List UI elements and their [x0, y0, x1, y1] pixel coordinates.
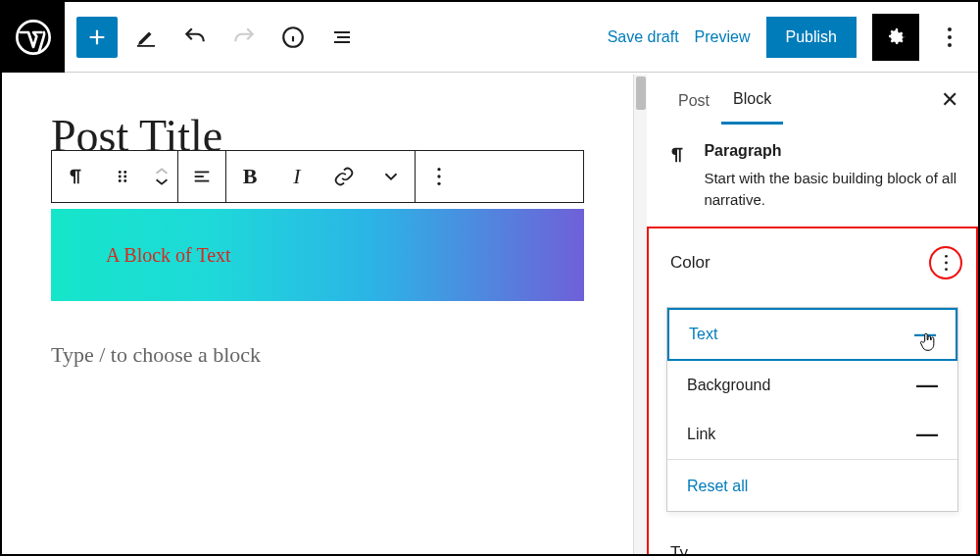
color-options-menu: Text — Background — Link — Reset all [666, 307, 958, 512]
redo-icon [223, 17, 265, 58]
block-toolbar: B I [51, 150, 584, 203]
color-panel-highlight: Color Text — Background — Link [647, 227, 978, 557]
color-option-link[interactable]: Link — [667, 410, 957, 459]
main-area: Post Title B I [2, 75, 978, 554]
top-toolbar: Save draft Preview Publish [2, 2, 978, 73]
svg-point-20 [437, 168, 440, 171]
preview-button[interactable]: Preview [695, 28, 751, 46]
toolbar-left [76, 17, 363, 58]
svg-point-13 [119, 176, 122, 178]
sidebar-tabs: Post Block ✕ [647, 75, 978, 125]
color-option-text[interactable]: Text — [667, 308, 957, 361]
svg-point-15 [119, 179, 122, 182]
svg-point-24 [945, 261, 948, 264]
paragraph-text: A Block of Text [106, 244, 231, 267]
svg-point-23 [945, 254, 948, 257]
empty-block-placeholder[interactable]: Type / to choose a block [51, 342, 584, 368]
tab-post[interactable]: Post [666, 76, 721, 124]
list-view-icon[interactable] [321, 17, 363, 58]
svg-point-10 [948, 43, 952, 47]
color-option-label: Link [687, 426, 715, 443]
paragraph-block-icon[interactable] [52, 151, 99, 202]
info-icon[interactable] [272, 17, 314, 58]
more-formatting-chevron[interactable] [368, 151, 415, 202]
drag-handle-icon[interactable] [99, 151, 146, 202]
color-panel-title: Color [670, 253, 710, 273]
move-up-down[interactable] [146, 167, 177, 186]
typography-panel-stub: Ty [649, 526, 976, 557]
svg-rect-1 [137, 45, 155, 47]
svg-point-16 [123, 179, 126, 182]
block-info: Paragraph Start with the basic building … [647, 125, 978, 227]
paragraph-block[interactable]: A Block of Text [51, 209, 584, 301]
svg-point-14 [123, 176, 126, 178]
save-draft-button[interactable]: Save draft [608, 28, 679, 46]
svg-point-9 [948, 35, 952, 39]
svg-point-22 [437, 182, 440, 185]
toolbar-right: Save draft Preview Publish [608, 14, 970, 61]
color-option-label: Text [689, 326, 717, 343]
svg-point-8 [948, 27, 952, 31]
undo-icon[interactable] [174, 17, 216, 58]
paragraph-icon [666, 142, 688, 211]
svg-point-21 [437, 175, 440, 177]
reset-all-button[interactable]: Reset all [667, 459, 957, 511]
scrollbar[interactable] [633, 75, 647, 554]
more-options-icon[interactable] [935, 14, 964, 61]
block-more-options-icon[interactable] [416, 151, 463, 202]
svg-point-25 [945, 268, 948, 271]
wordpress-logo[interactable] [2, 2, 65, 73]
link-icon[interactable] [320, 151, 368, 202]
tab-block[interactable]: Block [721, 75, 783, 125]
add-block-button[interactable] [76, 17, 118, 58]
align-icon[interactable] [178, 151, 225, 202]
svg-point-11 [119, 171, 122, 174]
close-sidebar-icon[interactable]: ✕ [941, 87, 958, 113]
scrollbar-thumb[interactable] [636, 76, 646, 110]
block-description: Start with the basic building block of a… [704, 168, 958, 211]
publish-button[interactable]: Publish [766, 17, 857, 58]
italic-button[interactable]: I [273, 151, 320, 202]
color-options-menu-button[interactable] [929, 246, 962, 279]
svg-point-12 [123, 171, 126, 174]
block-name: Paragraph [704, 142, 958, 160]
settings-button[interactable] [872, 14, 919, 61]
settings-sidebar: Post Block ✕ Paragraph Start with the ba… [647, 75, 978, 554]
editor-canvas[interactable]: Post Title B I [2, 75, 633, 554]
color-panel: Color [649, 228, 976, 307]
bold-button[interactable]: B [226, 151, 273, 202]
color-option-background[interactable]: Background — [667, 361, 957, 410]
edit-mode-icon[interactable] [125, 17, 167, 58]
color-option-label: Background [687, 377, 770, 394]
